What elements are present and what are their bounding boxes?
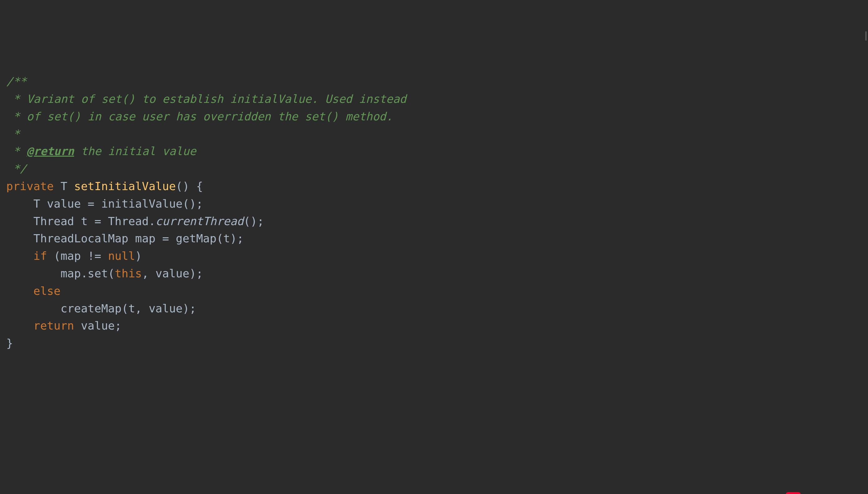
private-keyword: private	[6, 180, 54, 193]
code-statement: Thread t = Thread.currentThread();	[6, 213, 862, 230]
else-statement: else	[6, 282, 862, 300]
code-editor[interactable]: /** * Variant of set() to establish init…	[6, 73, 862, 352]
if-keyword: if	[34, 249, 47, 262]
return-statement: return value;	[6, 317, 862, 335]
code-statement: ThreadLocalMap map = getMap(t);	[6, 230, 862, 247]
javadoc-end: */	[6, 162, 26, 175]
method-declaration: private T setInitialValue() {	[6, 177, 862, 195]
javadoc-start: /**	[6, 75, 26, 88]
toutiao-icon: 头条	[786, 492, 801, 494]
javadoc-return-line: * @return the initial value	[6, 145, 196, 157]
javadoc-line: * of set() in case user has overridden t…	[6, 110, 393, 123]
method-name: setInitialValue	[74, 180, 176, 193]
code-statement: T value = initialValue();	[6, 195, 862, 213]
javadoc-return-tag: @return	[26, 145, 74, 157]
code-statement: map.set(this, value);	[6, 265, 862, 282]
closing-brace: }	[6, 335, 862, 352]
code-statement: createMap(t, value);	[6, 300, 862, 317]
javadoc-line: * Variant of set() to establish initialV…	[6, 93, 406, 106]
watermark-text: @JavaEdge	[804, 492, 858, 494]
scrollbar-thumb[interactable]	[865, 31, 867, 41]
null-keyword: null	[108, 249, 135, 262]
if-statement: if (map != null)	[6, 247, 862, 265]
else-keyword: else	[34, 285, 61, 297]
return-keyword: return	[34, 319, 74, 332]
this-keyword: this	[115, 267, 142, 280]
static-method-call: currentThread	[155, 215, 244, 228]
javadoc-line: *	[6, 128, 20, 140]
watermark: 头条 @JavaEdge	[786, 492, 858, 494]
